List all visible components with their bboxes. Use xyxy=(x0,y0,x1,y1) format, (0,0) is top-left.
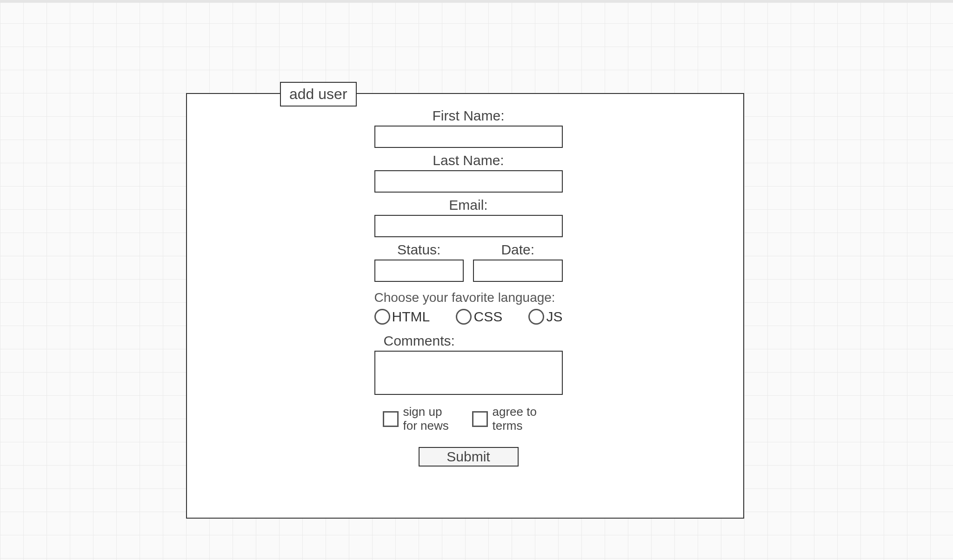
last-name-field: Last Name: xyxy=(373,153,564,193)
first-name-input[interactable] xyxy=(374,126,563,148)
fieldset-legend: add user xyxy=(280,82,357,107)
email-label: Email: xyxy=(449,197,487,213)
email-input[interactable] xyxy=(374,215,563,237)
radio-icon xyxy=(374,309,390,325)
status-label: Status: xyxy=(397,242,440,258)
date-label: Date: xyxy=(501,242,534,258)
comments-label: Comments: xyxy=(374,333,563,349)
checkbox-icon xyxy=(472,411,488,427)
first-name-label: First Name: xyxy=(432,108,504,124)
first-name-field: First Name: xyxy=(373,108,564,148)
status-input[interactable] xyxy=(374,260,464,282)
checkbox-terms[interactable]: agree to terms xyxy=(472,405,548,433)
radio-label: CSS xyxy=(473,309,502,325)
radio-icon xyxy=(528,309,544,325)
checkbox-row: sign up for news agree to terms xyxy=(374,405,563,433)
checkbox-label: agree to terms xyxy=(493,405,548,433)
radio-option-js[interactable]: JS xyxy=(528,309,562,325)
last-name-label: Last Name: xyxy=(433,153,504,168)
radio-icon xyxy=(456,309,472,325)
comments-textarea[interactable] xyxy=(374,351,563,395)
grid-top-bar xyxy=(0,0,953,3)
radio-option-css[interactable]: CSS xyxy=(456,309,502,325)
form-body: First Name: Last Name: Email: Status: Da… xyxy=(373,108,564,467)
radio-label: JS xyxy=(546,309,562,325)
status-field: Status: xyxy=(374,242,464,282)
radio-label: HTML xyxy=(392,309,430,325)
checkbox-news[interactable]: sign up for news xyxy=(383,405,459,433)
date-field: Date: xyxy=(473,242,563,282)
checkbox-icon xyxy=(383,411,399,427)
submit-button[interactable]: Submit xyxy=(419,447,519,467)
language-radio-group: HTML CSS JS xyxy=(374,309,563,325)
email-field: Email: xyxy=(373,197,564,237)
date-input[interactable] xyxy=(473,260,563,282)
radio-option-html[interactable]: HTML xyxy=(374,309,430,325)
status-date-row: Status: Date: xyxy=(374,242,563,282)
language-group-label: Choose your favorite language: xyxy=(374,290,563,305)
last-name-input[interactable] xyxy=(374,170,563,193)
add-user-fieldset: add user First Name: Last Name: Email: S… xyxy=(186,93,744,519)
checkbox-label: sign up for news xyxy=(403,405,459,433)
